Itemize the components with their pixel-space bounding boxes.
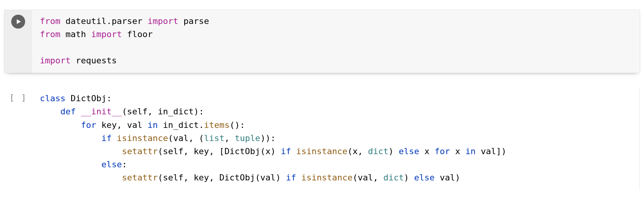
notebook: from dateutil.parser import parse from m… [0,0,644,198]
cell-gutter: [ ] [4,87,32,104]
code-editor[interactable]: class DictObj: def __init__(self, in_dic… [32,87,640,190]
play-icon [15,19,22,25]
run-cell-button[interactable] [11,15,25,29]
code-editor[interactable]: from dateutil.parser import parse from m… [32,10,640,73]
exec-indicator: [ ] [9,91,27,104]
cell-gutter [4,10,32,73]
code-cell[interactable]: from dateutil.parser import parse from m… [4,10,640,73]
code-cell[interactable]: [ ] class DictObj: def __init__(self, in… [4,87,640,190]
